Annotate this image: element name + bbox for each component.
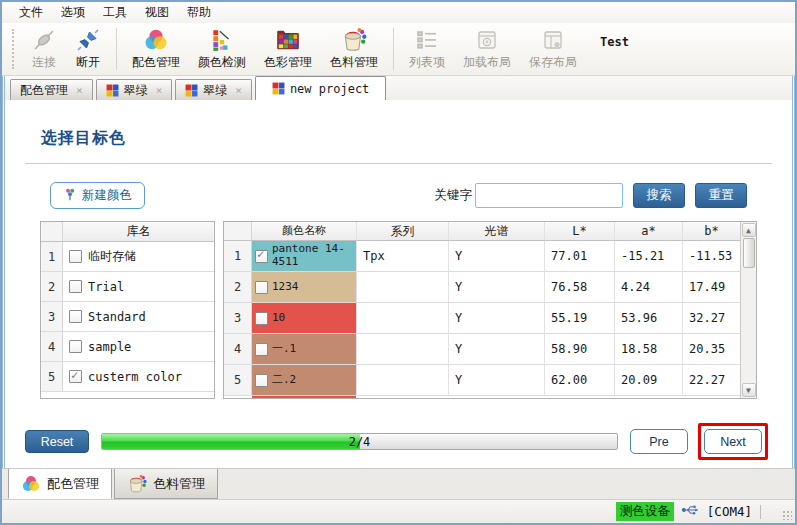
menu-bar: 文件 选项 工具 视图 帮助 <box>2 2 795 23</box>
bottom-tab-label: 色料管理 <box>153 475 205 493</box>
a-cell: 53.96 <box>614 303 682 333</box>
paint-bucket-icon <box>127 474 147 494</box>
library-row[interactable]: 4 sample <box>41 332 214 362</box>
library-table-header: 库名 <box>41 222 214 242</box>
menu-help[interactable]: 帮助 <box>178 2 220 23</box>
library-row[interactable]: 1 临时存储 <box>41 242 214 272</box>
row-number: 2 <box>224 272 252 302</box>
statusbar-separator <box>760 505 761 519</box>
list-items-button[interactable]: 列表项 <box>402 25 452 73</box>
close-icon[interactable]: × <box>235 84 242 97</box>
next-button-highlight: Next <box>698 423 768 460</box>
library-checkbox[interactable] <box>69 370 82 383</box>
color-row[interactable]: 2 1234 Y 76.58 4.24 17.49 <box>224 272 740 303</box>
a-cell: 18.58 <box>614 334 682 364</box>
connect-button[interactable]: 连接 <box>24 25 64 73</box>
spectrum-cell: Y <box>448 303 544 333</box>
color-checkbox[interactable] <box>255 312 268 325</box>
color-detect-button[interactable]: 颜色检测 <box>191 25 253 73</box>
color-checkbox[interactable] <box>255 343 268 356</box>
series-cell <box>356 365 448 395</box>
tab-new-project[interactable]: new project <box>255 76 386 100</box>
close-icon[interactable]: × <box>76 84 83 97</box>
save-layout-button[interactable]: 保存布局 <box>522 25 584 73</box>
bottom-tab-pigment-manage[interactable]: 色料管理 <box>114 469 218 499</box>
toolbar-separator <box>393 28 394 70</box>
puzzle-icon <box>185 84 198 97</box>
library-name: Trial <box>88 280 124 294</box>
library-checkbox[interactable] <box>69 340 82 353</box>
scrollbar-thumb[interactable] <box>743 238 755 268</box>
color-swatch-cell: 一.1 <box>252 334 356 364</box>
keyword-input[interactable] <box>475 183 623 208</box>
disconnect-button[interactable]: 断开 <box>68 25 108 73</box>
scroll-down-icon[interactable]: ▼ <box>742 383 756 397</box>
menu-tools[interactable]: 工具 <box>94 2 136 23</box>
b-cell: 20.35 <box>682 334 740 364</box>
reset-filter-button[interactable]: 重置 <box>695 183 747 208</box>
vertical-scrollbar[interactable]: ▲ ▼ <box>740 222 756 398</box>
l-cell: 58.90 <box>544 334 614 364</box>
menu-file[interactable]: 文件 <box>10 2 52 23</box>
row-number: 3 <box>224 303 252 333</box>
menu-view[interactable]: 视图 <box>136 2 178 23</box>
color-row[interactable]: 3 10 Y 55.19 53.96 32.27 <box>224 303 740 334</box>
list-icon <box>414 27 440 53</box>
row-number: 1 <box>224 241 252 271</box>
color-checkbox[interactable] <box>255 374 268 387</box>
tab-emerald-2[interactable]: 翠绿 × <box>175 79 252 100</box>
library-checkbox[interactable] <box>69 250 82 263</box>
b-cell: 22.27 <box>682 365 740 395</box>
new-color-button[interactable]: 新建颜色 <box>50 182 145 209</box>
series-cell <box>356 272 448 302</box>
toolbar-button-label: 列表项 <box>409 54 445 71</box>
library-row[interactable]: 5 custerm color <box>41 362 214 392</box>
load-layout-button[interactable]: 加载布局 <box>456 25 518 73</box>
pre-button[interactable]: Pre <box>630 429 688 454</box>
toolbar-drag-handle[interactable] <box>12 29 16 69</box>
library-checkbox[interactable] <box>69 310 82 323</box>
library-row[interactable]: 2 Trial <box>41 272 214 302</box>
tab-label: 翠绿 <box>124 82 148 99</box>
color-swatch-cell: 10 <box>252 303 356 333</box>
series-cell: Tpx <box>356 241 448 271</box>
puzzle-icon <box>106 84 119 97</box>
menu-options[interactable]: 选项 <box>52 2 94 23</box>
color-checkbox[interactable] <box>255 250 268 263</box>
test-label: Test <box>600 35 629 49</box>
library-checkbox[interactable] <box>69 280 82 293</box>
color-table: 颜色名称 系列 光谱 L* a* b* 1 pantone 14-4511 Tp… <box>224 222 740 398</box>
color-row[interactable]: 1 pantone 14-4511 Tpx Y 77.01 -15.21 -11… <box>224 241 740 272</box>
library-table: 库名 1 临时存储 2 Trial 3 Standard <box>40 221 215 399</box>
pigment-manage-button[interactable]: 色料管理 <box>323 25 385 73</box>
search-button[interactable]: 搜索 <box>633 183 685 208</box>
reset-button[interactable]: Reset <box>25 430 89 453</box>
toolbar-button-label: 颜色检测 <box>198 54 246 71</box>
color-checkbox[interactable] <box>255 281 268 294</box>
bottom-tab-color-matching[interactable]: 配色管理 <box>8 469 112 499</box>
next-button[interactable]: Next <box>704 429 762 454</box>
toolbar-button-label: 连接 <box>32 54 56 71</box>
scroll-up-icon[interactable]: ▲ <box>742 223 756 237</box>
l-cell: 76.58 <box>544 272 614 302</box>
a-cell: 4.24 <box>614 272 682 302</box>
library-name-header: 库名 <box>63 222 214 241</box>
color-matching-button[interactable]: 配色管理 <box>125 25 187 73</box>
spectrum-cell: Y <box>448 334 544 364</box>
load-layout-icon <box>474 27 500 53</box>
color-name-header: 颜色名称 <box>252 222 356 240</box>
app-window: 文件 选项 工具 视图 帮助 连接 断开 配色管理 <box>0 0 797 525</box>
tab-emerald-1[interactable]: 翠绿 × <box>96 79 173 100</box>
color-manage-button[interactable]: 色彩管理 <box>257 25 319 73</box>
tab-color-matching[interactable]: 配色管理 × <box>10 79 93 100</box>
resize-grip-icon[interactable] <box>782 510 792 520</box>
library-row[interactable]: 3 Standard <box>41 302 214 332</box>
a-cell: -15.21 <box>614 241 682 271</box>
color-row[interactable]: 4 一.1 Y 58.90 18.58 20.35 <box>224 334 740 365</box>
color-name: 二.2 <box>272 374 296 387</box>
controls-row: 新建颜色 关键字 搜索 重置 <box>50 182 747 209</box>
color-wheel-icon <box>21 474 41 494</box>
color-row[interactable]: 5 二.2 Y 62.00 20.09 22.27 <box>224 365 740 396</box>
close-icon[interactable]: × <box>156 84 163 97</box>
toolbar-button-label: 色料管理 <box>330 54 378 71</box>
